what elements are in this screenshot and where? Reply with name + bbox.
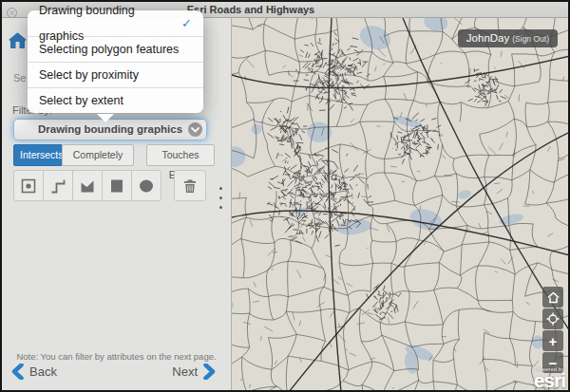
chevron-right-icon [203, 364, 216, 380]
draw-circle-tool-button[interactable] [131, 170, 162, 201]
zoom-in-button[interactable]: + [542, 330, 563, 351]
circle-icon [138, 177, 155, 195]
app-window: Esri Roads and Highways Mileage Report F… [0, 0, 570, 392]
checkmark-icon: ✓ [181, 10, 192, 36]
home-icon [547, 291, 560, 304]
home-report-icon[interactable] [9, 32, 27, 54]
panel-resize-handle[interactable] [219, 187, 222, 209]
select-label-fragment: Se [13, 72, 26, 84]
menu-item-selecting-polygon-features[interactable]: Selecting polygon features [28, 36, 203, 62]
point-in-square-icon [20, 177, 37, 195]
locate-icon [546, 312, 560, 326]
rectangle-icon [108, 177, 125, 195]
select-point-tool-button[interactable] [13, 170, 44, 201]
menu-item-select-by-extent[interactable]: Select by extent [28, 87, 203, 113]
esri-logo-text: esri [534, 372, 565, 389]
draw-polygon-tool-button[interactable] [72, 170, 103, 201]
sign-out-link[interactable]: (Sign Out) [512, 34, 549, 44]
polygon-icon [79, 177, 96, 195]
locate-button[interactable] [542, 308, 563, 329]
map-canvas[interactable]: JohnDay (Sign Out) + − Powered by esri [232, 18, 568, 390]
esri-attribution: Powered by esri [534, 366, 565, 389]
polyline-icon [49, 177, 66, 195]
menu-pointer-arrow [97, 114, 114, 122]
window-title: Esri Roads and Highways [187, 4, 314, 15]
user-name: JohnDay [466, 32, 509, 44]
selection-method-menu: Drawing bounding graphics ✓ Selecting po… [28, 10, 203, 113]
draw-rectangle-tool-button[interactable] [102, 170, 132, 201]
menu-item-drawing-bounding-graphics[interactable]: Drawing bounding graphics ✓ [28, 10, 203, 36]
back-label: Back [29, 364, 57, 379]
next-label: Next [172, 364, 198, 379]
clear-graphics-button[interactable] [174, 170, 206, 201]
home-extent-button[interactable] [542, 287, 563, 308]
menu-item-select-by-proximity[interactable]: Select by proximity [28, 62, 203, 87]
user-badge: JohnDay (Sign Out) [458, 29, 558, 47]
draw-line-tool-button[interactable] [43, 170, 73, 201]
selection-method-value: Drawing bounding graphics [38, 123, 182, 135]
chevron-left-icon [11, 364, 24, 380]
next-button[interactable]: Next [172, 364, 216, 380]
road-network-layer [232, 18, 568, 390]
close-icon[interactable] [7, 5, 17, 15]
spatial-relation-tabs: Intersects Completely Within Touches Edg… [13, 144, 215, 166]
tab-touches-edge[interactable]: Touches Edge [146, 144, 215, 166]
draw-toolbar [13, 170, 206, 201]
tab-completely-within[interactable]: Completely Within [62, 144, 134, 166]
back-button[interactable]: Back [11, 364, 57, 380]
tab-intersects[interactable]: Intersects [13, 144, 63, 166]
map-controls: + − [542, 287, 563, 373]
chevron-down-icon [188, 122, 202, 137]
trash-icon [181, 177, 199, 195]
wizard-note: Note: You can filter by attributes on th… [2, 351, 231, 362]
